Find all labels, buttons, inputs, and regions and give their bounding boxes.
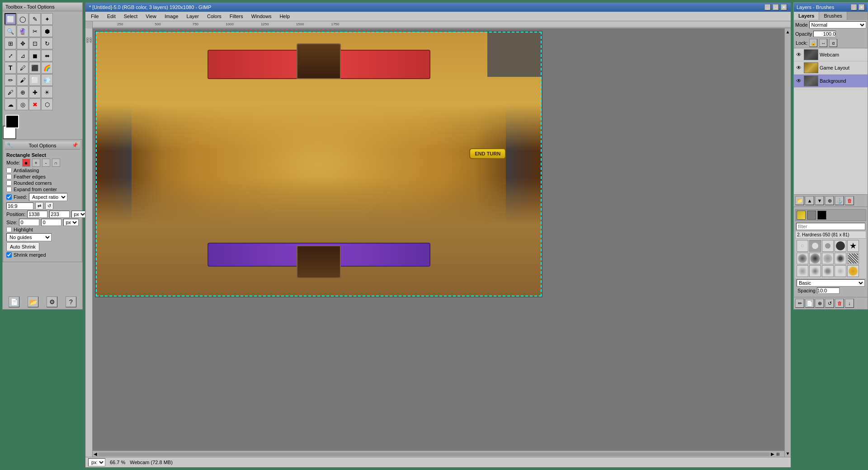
fixed-select[interactable]: Aspect ratio <box>29 193 67 201</box>
zoom-fit-btn[interactable]: ⊞ <box>776 452 784 456</box>
lock-pixels-btn[interactable]: 🔒 <box>809 39 817 47</box>
swatch-gray[interactable] <box>807 211 816 220</box>
menu-file[interactable]: File <box>87 13 103 20</box>
menu-help[interactable]: Help <box>276 13 293 20</box>
position-y-input[interactable] <box>49 211 70 218</box>
path-tool[interactable]: 🖊 <box>17 62 28 74</box>
swatch-black[interactable] <box>817 211 826 220</box>
perspective-tool[interactable]: ◼ <box>29 50 41 61</box>
menu-select[interactable]: Select <box>120 13 142 20</box>
mode-add-btn[interactable]: + <box>32 159 40 167</box>
auto-shrink-btn[interactable]: Auto Shrink <box>6 242 39 251</box>
brush-refresh-btn[interactable]: ↺ <box>825 299 834 308</box>
spacing-input[interactable] <box>817 287 840 294</box>
brush-filter-input[interactable] <box>796 223 865 230</box>
eraser-tool[interactable]: ⬜ <box>29 74 41 86</box>
brush-export-btn[interactable]: ↓ <box>845 299 854 308</box>
fuzzy-select-tool[interactable]: ✦ <box>41 13 53 25</box>
layer-eye-gamelayout[interactable]: 👁 <box>795 64 802 71</box>
scroll-left-btn[interactable]: ◀ <box>94 451 97 456</box>
brush-medium-circle[interactable] <box>822 240 834 252</box>
close-btn[interactable]: ✕ <box>781 4 787 10</box>
brush-delete-btn[interactable]: 🗑 <box>835 299 844 308</box>
layers-minimize-btn[interactable]: _ <box>851 4 857 10</box>
scroll-h-thumb[interactable] <box>98 452 770 456</box>
new-layer-group-btn[interactable]: 📁 <box>795 196 804 205</box>
script-tool[interactable]: ⬡ <box>41 99 53 110</box>
layers-close-btn[interactable]: ✕ <box>859 4 865 10</box>
brush-fuzzy-2[interactable] <box>809 265 821 277</box>
layer-item-webcam[interactable]: 👁 Webcam <box>794 48 868 61</box>
highlight-checkbox[interactable] <box>6 227 12 232</box>
move-tool[interactable]: ✥ <box>17 38 28 49</box>
clone-tool[interactable]: ⊕ <box>17 86 28 98</box>
canvas-wrapper[interactable]: END TURN ▲ ▼ ◀ <box>93 28 791 457</box>
brush-soft-1[interactable] <box>797 253 808 264</box>
size-x-input[interactable] <box>19 219 39 226</box>
horizontal-scrollbar[interactable]: ◀ ▶ ⊞ <box>93 451 784 457</box>
guides-select[interactable]: No guides <box>6 233 52 241</box>
basic-select[interactable]: Basic <box>797 279 865 287</box>
menu-edit[interactable]: Edit <box>104 13 119 20</box>
size-unit-select[interactable]: px <box>63 219 79 226</box>
dodge-burn-tool[interactable]: ☀ <box>41 86 53 98</box>
feather-edges-checkbox[interactable] <box>6 174 12 179</box>
vertical-scrollbar[interactable]: ▲ ▼ <box>784 28 791 457</box>
new-image-btn[interactable]: 📄 <box>9 296 19 307</box>
position-x-input[interactable] <box>27 211 47 218</box>
align-tool[interactable]: ⊞ <box>5 38 16 49</box>
flip-tool[interactable]: ⬌ <box>41 50 53 61</box>
help-btn[interactable]: ? <box>66 296 76 307</box>
crop-tool[interactable]: ⊡ <box>29 38 41 49</box>
swatch-gold[interactable] <box>797 211 806 220</box>
brush-large-circle[interactable] <box>835 240 846 252</box>
mode-replace-btn[interactable]: ■ <box>22 159 30 167</box>
ink-tool[interactable]: 🖋 <box>5 86 16 98</box>
raise-layer-btn[interactable]: ▲ <box>805 196 814 205</box>
lock-position-btn[interactable]: ↔ <box>819 39 827 47</box>
shrink-merged-checkbox[interactable] <box>6 252 12 258</box>
layers-mode-select[interactable]: Normal <box>809 21 866 28</box>
antialiasing-checkbox[interactable] <box>6 168 12 173</box>
expand-from-center-checkbox[interactable] <box>6 187 12 192</box>
unit-select[interactable]: px <box>88 458 105 466</box>
scale-tool[interactable]: ⤢ <box>5 50 16 61</box>
text-tool[interactable]: T <box>5 62 16 74</box>
brush-star[interactable]: ★ <box>847 240 859 252</box>
layer-item-gamelayout[interactable]: 👁 Game Layout <box>794 61 868 75</box>
smudge-tool[interactable]: ☁ <box>5 99 16 110</box>
ellipse-select-tool[interactable]: ◯ <box>17 13 28 25</box>
measure-tool[interactable]: ✖ <box>29 99 41 110</box>
rotate-tool[interactable]: ↻ <box>41 38 53 49</box>
brush-fuzzy-1[interactable] <box>797 265 808 277</box>
delete-layer-btn[interactable]: 🗑 <box>845 196 854 205</box>
scroll-down-btn[interactable]: ▼ <box>786 451 790 456</box>
brush-splatter-1[interactable] <box>822 253 834 264</box>
paintbucket-tool[interactable]: ⬛ <box>29 62 41 74</box>
size-y-input[interactable] <box>41 219 61 226</box>
minimize-btn[interactable]: _ <box>764 4 771 10</box>
tab-layers[interactable]: Layers <box>794 12 819 20</box>
opacity-input[interactable] <box>813 31 836 37</box>
menu-colors[interactable]: Colors <box>203 13 225 20</box>
brush-new-btn[interactable]: 📄 <box>805 299 814 308</box>
layer-eye-background[interactable]: 👁 <box>795 77 802 85</box>
heal-tool[interactable]: ✚ <box>29 86 41 98</box>
menu-image[interactable]: Image <box>161 13 182 20</box>
tab-brushes[interactable]: Brushes <box>819 12 847 20</box>
menu-view[interactable]: View <box>142 13 160 20</box>
maximize-btn[interactable]: □ <box>773 4 779 10</box>
lower-layer-btn[interactable]: ▼ <box>815 196 824 205</box>
by-color-select-tool[interactable]: 🔮 <box>17 25 28 37</box>
scroll-right-btn[interactable]: ▶ <box>771 451 774 456</box>
fg-select-tool[interactable]: ⬢ <box>41 25 53 37</box>
rectangle-select-tool[interactable]: ⬜ <box>5 13 16 25</box>
blend-tool[interactable]: 🌈 <box>41 62 53 74</box>
anchor-layer-btn[interactable]: ⚓ <box>835 196 844 205</box>
brush-small-circle[interactable] <box>809 240 821 252</box>
tool-options-pin[interactable]: 📌 <box>72 142 78 148</box>
brush-duplicate-btn[interactable]: ⊕ <box>815 299 824 308</box>
ratio-reset-btn[interactable]: ↺ <box>45 202 53 210</box>
shear-tool[interactable]: ⊿ <box>17 50 28 61</box>
layer-eye-webcam[interactable]: 👁 <box>795 51 802 58</box>
